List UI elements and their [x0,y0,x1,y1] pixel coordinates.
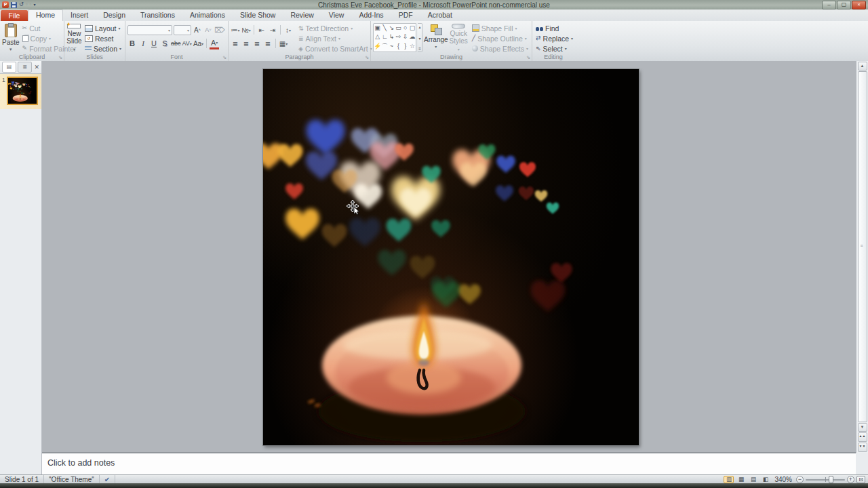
increase-indent-button[interactable]: ⇥ [268,25,277,35]
shape-cell-10[interactable]: ⇩ [403,33,408,40]
slide-thumbnail[interactable] [7,77,38,105]
align-right-button[interactable]: ≣ [252,39,262,49]
zoom-level[interactable]: 340% [772,476,794,483]
reading-view-button[interactable]: ▤ [748,476,758,483]
align-text-button[interactable]: ≣ Align Text▾ [297,33,374,43]
shape-cell-1[interactable]: ╲ [383,24,387,31]
strikethrough-button[interactable]: abc [171,38,181,49]
select-button[interactable]: ⇖ Select▾ [534,43,574,54]
tab-file[interactable]: File [1,10,28,21]
drawing-dialog-launcher[interactable]: ⇘ [526,55,530,60]
tab-pdf[interactable]: PDF [391,9,420,20]
paragraph-dialog-launcher[interactable]: ⇘ [365,55,369,60]
text-shadow-button[interactable]: S [160,38,170,49]
columns-button[interactable]: ▦▾ [279,39,288,49]
change-case-button[interactable]: Aa▾ [193,38,203,49]
tab-add-ins[interactable]: Add-Ins [351,9,391,20]
shape-cell-4[interactable]: ○ [403,24,407,31]
reset-button[interactable]: ↺ Reset [83,33,123,43]
shape-cell-16[interactable]: } [404,43,406,49]
tab-design[interactable]: Design [96,9,133,20]
normal-view-button[interactable]: ▥ [724,476,734,483]
shape-effects-button[interactable]: Shape Effects▾ [471,43,530,54]
scroll-down-button[interactable]: ▼ [858,423,867,432]
undo-icon[interactable]: ↺ [19,1,24,8]
tab-animations[interactable]: Animations [182,9,233,20]
tab-review[interactable]: Review [283,9,321,20]
shape-cell-14[interactable]: ~ [390,43,393,49]
shapes-scroll-up[interactable]: ▴ [418,24,420,29]
italic-button[interactable]: I [138,38,148,49]
bold-button[interactable]: B [127,38,137,49]
tab-home[interactable]: Home [28,9,63,21]
underline-button[interactable]: U [149,38,159,49]
bullets-button[interactable]: ≔▾ [231,25,240,35]
pane-close-icon[interactable]: ✕ [34,64,39,70]
section-button[interactable]: Section▾ [83,43,123,54]
tab-insert[interactable]: Insert [63,9,96,20]
find-button[interactable]: Find [534,23,574,33]
line-spacing-button[interactable]: ↕▾ [283,25,293,35]
zoom-out-button[interactable]: − [796,476,804,483]
shape-cell-6[interactable]: △ [375,33,380,40]
shapes-more-button[interactable]: ≡ [418,47,421,51]
font-name-combo[interactable]: ▾ [127,25,172,35]
zoom-in-button[interactable]: + [847,476,854,483]
previous-slide-button[interactable]: ▲▲ [858,432,867,442]
scrollbar-thumb[interactable] [858,71,867,422]
grow-font-button[interactable]: A˄ [193,24,202,36]
font-dialog-launcher[interactable]: ⇘ [222,55,226,60]
align-center-button[interactable]: ≣ [241,39,251,49]
shape-cell-2[interactable]: ↘ [389,24,395,31]
decrease-indent-button[interactable]: ⇤ [257,25,267,35]
outline-tab[interactable]: ≣ [18,62,32,73]
qat-customize-icon[interactable]: ▾ [33,1,35,8]
slideshow-view-button[interactable]: ◧ [760,476,770,483]
close-button[interactable]: × [852,1,866,9]
replace-button[interactable]: ⇄ Replace▾ [534,33,574,43]
shape-cell-7[interactable]: ∟ [382,33,388,40]
layout-button[interactable]: Layout▾ [83,23,123,33]
clear-formatting-button[interactable]: ⌦ [214,24,225,36]
tab-slide-show[interactable]: Slide Show [233,9,283,20]
arrange-button[interactable]: Arrange ▾ [424,23,448,54]
new-slide-button[interactable]: New Slide ▾ [66,23,82,54]
shape-cell-9[interactable]: ⇨ [396,33,401,40]
powerpoint-app-icon[interactable]: P [2,1,9,8]
paste-button[interactable]: Paste ▼ [2,23,20,54]
shape-cell-3[interactable]: ▭ [395,24,401,31]
fit-to-window-button[interactable]: ⊡ [856,476,865,483]
font-color-button[interactable]: A▾ [210,38,219,49]
align-left-button[interactable]: ≣ [231,39,240,49]
shape-cell-13[interactable]: ⌒ [382,42,388,51]
slide[interactable] [263,69,639,445]
convert-to-smartart-button[interactable]: ◈ Convert to SmartArt▾ [297,43,374,54]
clipboard-dialog-launcher[interactable]: ⇘ [58,55,62,60]
quick-styles-button[interactable]: Quick Styles ▾ [450,23,468,54]
notes-panel[interactable]: Click to add notes [42,453,856,474]
tab-view[interactable]: View [321,9,352,20]
preview-icon[interactable]: ▫ [30,1,32,8]
justify-button[interactable]: ≣ [263,39,273,49]
theme-button[interactable]: "Office Theme" [44,475,100,483]
shape-cell-8[interactable]: ↳ [389,33,395,40]
scroll-up-button[interactable]: ▲ [858,62,867,70]
zoom-slider-handle[interactable] [829,476,833,483]
slides-tab[interactable]: ▤ [2,62,16,73]
text-direction-button[interactable]: ⇅ Text Direction▾ [297,23,374,33]
maximize-button[interactable]: ▢ [837,1,851,9]
tab-transitions[interactable]: Transitions [133,9,182,20]
shrink-font-button[interactable]: A˅ [203,24,213,36]
repeat-icon[interactable]: ▫ [26,1,28,8]
shape-cell-15[interactable]: { [397,43,399,49]
shape-cell-5[interactable]: ▢ [410,24,416,31]
tab-acrobat[interactable]: Acrobat [420,9,460,20]
character-spacing-button[interactable]: AV▾ [182,38,192,49]
shapes-scroll-down[interactable]: ▾ [418,36,420,41]
slide-sorter-view-button[interactable]: ▦ [736,476,746,483]
zoom-slider[interactable] [806,476,845,483]
spell-check-button[interactable]: ✔ [100,475,115,483]
shape-fill-button[interactable]: Shape Fill▾ [471,23,530,33]
minimize-button[interactable]: – [822,1,836,9]
shape-cell-0[interactable]: ▣ [374,24,380,31]
